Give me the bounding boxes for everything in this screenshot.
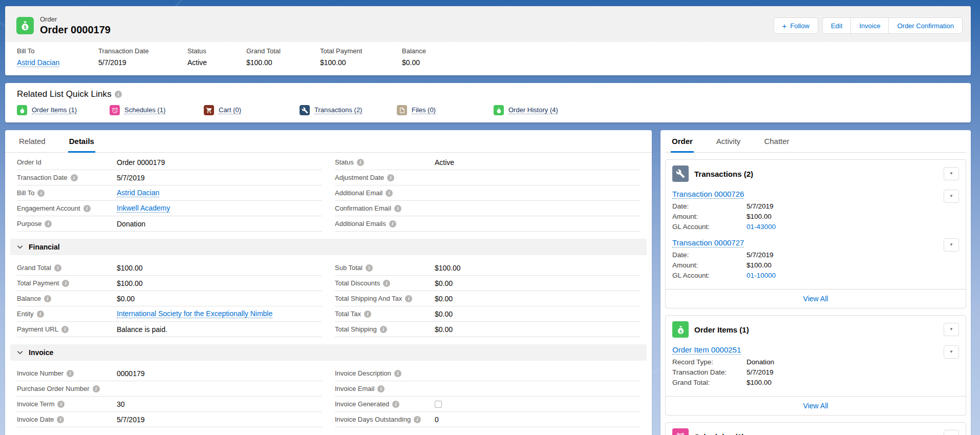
info-icon[interactable]: i [394, 205, 401, 212]
info-icon[interactable]: i [394, 370, 401, 377]
record-type-label: Order [40, 15, 111, 23]
info-icon[interactable]: i [83, 205, 91, 212]
field-purpose: Purposei Donation [17, 216, 322, 232]
field-total-payment: Total Paymenti $100.00 [17, 276, 322, 291]
info-icon[interactable]: i [383, 280, 390, 287]
chevron-down-icon [16, 349, 24, 356]
card-actions-dropdown[interactable]: ▼ [944, 430, 959, 435]
section-financial[interactable]: Financial [10, 239, 647, 255]
svg-text:$: $ [24, 25, 27, 30]
info-icon[interactable]: i [357, 159, 364, 166]
bill-to-link[interactable]: Astrid Dacian [117, 189, 159, 197]
quick-link-files[interactable]: Files (0) [397, 105, 494, 115]
info-icon[interactable]: i [366, 264, 373, 272]
info-icon[interactable]: i [380, 326, 387, 333]
gl-account-link[interactable]: 01-10000 [747, 271, 776, 281]
svg-text:$: $ [679, 328, 682, 333]
info-icon[interactable]: i [387, 174, 394, 181]
gl-account-link[interactable]: 01-43000 [747, 222, 776, 232]
financial-fields: Grand Totali $100.00 Sub Totali $100.00 … [17, 260, 640, 337]
invoice-button[interactable]: Invoice [850, 17, 889, 34]
order-item-link[interactable]: Order Item 0000251 [672, 345, 741, 355]
field-payment-url: Payment URLi Balance is paid. [17, 322, 322, 337]
highlights-top: $ Order Order 0000179 + Follow Edit Invo… [5, 6, 971, 42]
info-icon[interactable]: i [377, 385, 385, 392]
quick-link-order-history[interactable]: Order History (4) [494, 105, 558, 115]
summary-bill-to: Bill To Astrid Dacian [17, 47, 98, 67]
bill-to-link[interactable]: Astrid Dacian [17, 58, 59, 67]
transaction-link[interactable]: Transaction 0000727 [672, 238, 744, 247]
card-actions-dropdown[interactable]: ▼ [944, 167, 959, 180]
info-icon[interactable]: i [115, 91, 122, 98]
card-actions-dropdown[interactable]: ▼ [944, 323, 959, 336]
info-icon[interactable]: i [405, 295, 412, 302]
field-adjustment-date: Adjustment Datei [335, 170, 640, 185]
tab-activity[interactable]: Activity [715, 130, 742, 153]
order-confirmation-button[interactable]: Order Confirmation [888, 17, 963, 34]
follow-button[interactable]: + Follow [774, 17, 818, 34]
field-balance: Balancei $0.00 [17, 291, 322, 306]
detail-tabs: Related Details [5, 130, 652, 153]
info-icon[interactable]: i [364, 310, 371, 318]
info-icon[interactable]: i [45, 220, 52, 227]
info-icon[interactable]: i [44, 295, 51, 302]
info-icon[interactable]: i [62, 280, 69, 287]
info-icon[interactable]: i [71, 174, 78, 181]
view-all-link[interactable]: View All [803, 295, 828, 303]
view-all-link[interactable]: View All [803, 402, 828, 410]
tab-order[interactable]: Order [671, 130, 694, 153]
order-moneybag-icon: $ [16, 17, 34, 34]
summary-grand-total: Grand Total $100.00 [246, 47, 320, 67]
edit-button[interactable]: Edit [822, 17, 851, 34]
quick-link-schedules[interactable]: Schedules (1) [110, 105, 204, 115]
info-icon[interactable]: i [93, 385, 100, 392]
quick-link-transactions[interactable]: Transactions (2) [300, 105, 397, 115]
info-icon[interactable]: i [37, 190, 45, 197]
summary-fields: Bill To Astrid Dacian Transaction Date 5… [5, 42, 971, 75]
info-icon[interactable]: i [57, 416, 64, 423]
info-icon[interactable]: i [67, 370, 74, 377]
moneybag-icon: $ [672, 321, 689, 338]
info-icon[interactable]: i [61, 326, 69, 333]
info-icon[interactable]: i [37, 310, 44, 318]
field-order-id: Order Id Order 0000179 [17, 155, 322, 170]
info-icon[interactable]: i [392, 401, 399, 408]
field-confirmation-email: Confirmation Emaili [335, 201, 640, 216]
engagement-account-link[interactable]: Inkwell Academy [117, 204, 170, 213]
info-icon[interactable]: i [386, 190, 393, 197]
quick-link-cart[interactable]: Cart (0) [204, 105, 300, 115]
entity-link[interactable]: International Society for the Exceptiona… [117, 309, 272, 318]
field-grand-total: Grand Totali $100.00 [17, 260, 322, 276]
field-transaction-date: Transaction Datei 5/7/2019 [17, 170, 322, 185]
transaction-link[interactable]: Transaction 0000726 [672, 190, 744, 199]
card-title: Schedules (1) [694, 432, 744, 435]
quick-links-row: Order Items (1) Schedules (1) Cart (0) T… [17, 105, 963, 115]
wrench-icon [300, 105, 310, 115]
side-tabs: Order Activity Chatter [665, 130, 966, 153]
record-actions-dropdown[interactable]: ▼ [944, 190, 959, 203]
info-icon[interactable]: i [389, 220, 396, 227]
info-icon[interactable]: i [57, 401, 65, 408]
record-actions-dropdown[interactable]: ▼ [944, 345, 959, 359]
field-invoice-description: Invoice Descriptioni [335, 366, 640, 381]
info-icon[interactable]: i [414, 416, 421, 423]
field-bill-to: Bill Toi Astrid Dacian [17, 185, 322, 201]
quick-link-order-items[interactable]: Order Items (1) [17, 105, 110, 115]
tab-related[interactable]: Related [18, 130, 47, 153]
summary-balance: Balance $0.00 [402, 47, 431, 67]
record-actions-dropdown[interactable]: ▼ [944, 238, 959, 252]
field-engagement-account: Engagement Accounti Inkwell Academy [17, 201, 322, 216]
section-invoice[interactable]: Invoice [10, 344, 647, 361]
quick-links-panel: Related List Quick Links i Order Items (… [5, 83, 971, 122]
tab-details[interactable]: Details [68, 130, 95, 153]
field-total-shipping: Total Shippingi $0.00 [335, 322, 640, 337]
page: $ Order Order 0000179 + Follow Edit Invo… [0, 0, 980, 435]
alarm-clock-icon [110, 105, 120, 115]
side-panel: Order Activity Chatter Transactions (2) … [661, 130, 971, 435]
tab-chatter[interactable]: Chatter [763, 130, 790, 153]
info-icon[interactable]: i [54, 264, 61, 272]
summary-transaction-date: Transaction Date 5/7/2019 [98, 47, 187, 67]
field-invoice-email: Invoice Emaili [335, 381, 640, 397]
transaction-record: Transaction 0000727 ▼ Date:5/7/2019 Amou… [666, 235, 966, 284]
field-invoice-days-outstanding: Invoice Days Outstandingi 0 [335, 412, 640, 427]
